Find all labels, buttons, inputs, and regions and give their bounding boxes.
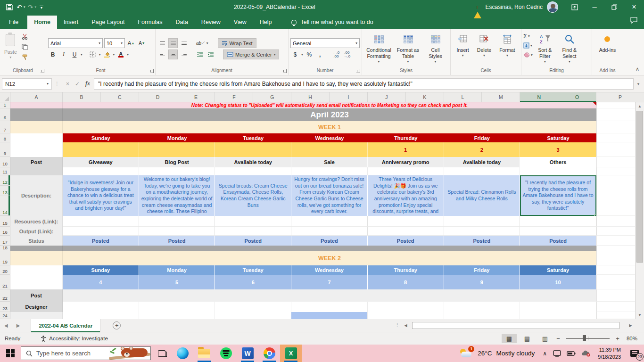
font-size-select[interactable]: 10▾ xyxy=(104,38,125,48)
week2-post-label[interactable]: Post xyxy=(10,289,63,302)
empty-cell[interactable] xyxy=(63,216,139,227)
week2-date-saturday[interactable]: 10 xyxy=(520,275,596,289)
decrease-decimal-icon[interactable]: .00→.0 xyxy=(342,49,352,59)
empty-cell[interactable] xyxy=(444,216,520,227)
empty-cell[interactable] xyxy=(63,227,139,236)
copy-icon[interactable] xyxy=(20,42,30,52)
week2-post-cells[interactable] xyxy=(63,289,596,302)
increase-indent-icon[interactable] xyxy=(206,49,215,59)
week1-status-thursday[interactable]: Posted xyxy=(368,236,444,246)
row-header-10[interactable]: 10 xyxy=(0,157,10,167)
week1-date-saturday[interactable]: 3 xyxy=(520,142,596,157)
empty-cell[interactable] xyxy=(520,312,596,319)
week1-post-saturday[interactable]: Others xyxy=(520,157,596,167)
taskbar-app-excel[interactable]: X xyxy=(280,345,302,362)
tab-page-layout[interactable]: Page Layout xyxy=(85,16,131,29)
zoom-slider-thumb[interactable] xyxy=(583,335,586,341)
empty-cell[interactable] xyxy=(444,312,520,319)
empty-cell[interactable] xyxy=(215,302,291,312)
accessibility-status[interactable]: Accessibility: Investigate xyxy=(40,335,108,342)
empty-cell[interactable] xyxy=(368,167,444,175)
new-sheet-icon[interactable]: + xyxy=(113,321,121,329)
empty-cell[interactable] xyxy=(291,216,368,227)
row-header-17[interactable]: 17 xyxy=(0,236,10,246)
percent-style-icon[interactable]: % xyxy=(305,49,314,59)
name-box[interactable]: N12▾ xyxy=(2,78,52,90)
vertical-scrollbar[interactable]: ▲ ▼ xyxy=(635,102,644,319)
number-format-select[interactable]: General▾ xyxy=(290,38,360,48)
font-family-select[interactable]: Arial▾ xyxy=(48,38,103,48)
col-header-J[interactable]: J xyxy=(368,92,406,102)
row-header-1[interactable]: 1 xyxy=(0,102,10,108)
tab-view[interactable]: View xyxy=(227,16,253,29)
page-layout-view-icon[interactable]: ▤ xyxy=(520,334,535,343)
insert-cells-button[interactable]: Insert▾ xyxy=(454,31,471,67)
tab-home[interactable]: Home xyxy=(27,16,57,29)
select-all-corner[interactable] xyxy=(0,92,10,102)
week2-title-cell[interactable]: WEEK 2 xyxy=(63,251,596,265)
comments-icon[interactable] xyxy=(630,17,637,25)
week1-date-sunday[interactable] xyxy=(63,142,139,157)
divider-cell[interactable] xyxy=(63,246,596,251)
empty-cell[interactable] xyxy=(139,302,215,312)
week2-day-friday[interactable]: Friday xyxy=(444,265,520,275)
scrollbar-splitter[interactable]: ⁞ xyxy=(396,323,398,328)
tab-insert[interactable]: Insert xyxy=(57,16,85,29)
sheet-nav-left-icon[interactable]: ◀ xyxy=(0,323,12,328)
row-header-13[interactable]: 13 xyxy=(0,186,10,196)
selected-cell-N12[interactable]: "I recently had the pleasure of trying t… xyxy=(520,175,596,216)
sheet-nav-right-icon[interactable]: ▶ xyxy=(12,323,25,328)
tab-formulas[interactable]: Formulas xyxy=(131,16,169,29)
divider-label-cell[interactable] xyxy=(10,246,63,251)
tab-file[interactable]: File xyxy=(0,16,27,29)
empty-cell[interactable] xyxy=(139,167,215,175)
cut-icon[interactable] xyxy=(20,32,30,41)
row-header-20[interactable]: 20 xyxy=(0,265,10,275)
taskbar-app-spotify[interactable] xyxy=(215,345,237,362)
week1-desc-wednesday[interactable]: Hungry for cravings? Don't miss out on o… xyxy=(291,175,368,216)
taskbar-clock[interactable]: 11:39 PM 9/18/2023 xyxy=(598,346,621,360)
empty-cell[interactable] xyxy=(63,167,139,175)
col-header-N[interactable]: N xyxy=(520,92,558,102)
week1-status-tuesday[interactable]: Posted xyxy=(215,236,291,246)
col-header-P[interactable]: P xyxy=(596,92,644,102)
scroll-up-icon[interactable]: ▲ xyxy=(636,102,644,110)
zoom-slider[interactable] xyxy=(566,338,610,339)
fill-color-icon[interactable] xyxy=(102,49,112,59)
empty-cell[interactable] xyxy=(215,312,291,319)
search-input[interactable] xyxy=(36,350,98,357)
row-header-15[interactable]: 15 xyxy=(0,216,10,227)
week2-dates-label-cell[interactable] xyxy=(10,275,63,289)
week1-desc-sunday[interactable]: "Idulge in sweetness! Join our Bakeryhou… xyxy=(63,175,139,216)
week2-date-monday[interactable]: 5 xyxy=(139,275,215,289)
week2-day-sunday[interactable]: Sunday xyxy=(63,265,139,275)
autosum-icon[interactable]: Σ▾ xyxy=(523,32,533,41)
week1-post-friday[interactable]: Available today xyxy=(444,157,520,167)
font-dialog-launcher-icon[interactable] xyxy=(150,69,154,73)
save-icon[interactable] xyxy=(5,2,14,12)
description-label[interactable]: Description: xyxy=(10,175,63,216)
formula-input[interactable]: "I recently had the pleasure of trying t… xyxy=(94,78,634,90)
weather-widget[interactable]: 1 26°C Mostly cloudy xyxy=(454,348,539,359)
vertical-scroll-thumb[interactable] xyxy=(636,111,643,263)
empty-cell[interactable] xyxy=(520,216,596,227)
resources-label[interactable]: Resources (Link): xyxy=(10,216,63,227)
taskbar-app-chrome[interactable] xyxy=(258,345,280,362)
col-header-G[interactable]: G xyxy=(253,92,291,102)
week1-status-sunday[interactable]: Posted xyxy=(63,236,139,246)
week2-date-wednesday[interactable]: 7 xyxy=(291,275,368,289)
week1-status-wednesday[interactable]: Posted xyxy=(291,236,368,246)
zoom-out-icon[interactable]: − xyxy=(554,335,562,342)
designer-label[interactable]: Designer xyxy=(10,302,63,312)
week1-post-monday[interactable]: Blog Post xyxy=(139,157,215,167)
row-header-19[interactable]: 19 xyxy=(0,251,10,265)
row-header-18[interactable]: 18 xyxy=(0,246,10,251)
horizontal-scroll-thumb[interactable] xyxy=(412,322,619,329)
week1-title-cell[interactable]: WEEK 1 xyxy=(63,121,596,133)
addins-button[interactable]: Add-ins xyxy=(597,31,619,67)
week1-date-wednesday[interactable] xyxy=(291,142,368,157)
spacer-label-cell[interactable] xyxy=(10,167,63,175)
highlighted-cell[interactable] xyxy=(291,312,368,319)
onedrive-error-icon[interactable] xyxy=(578,350,594,357)
accounting-format-icon[interactable]: $ xyxy=(290,49,300,59)
